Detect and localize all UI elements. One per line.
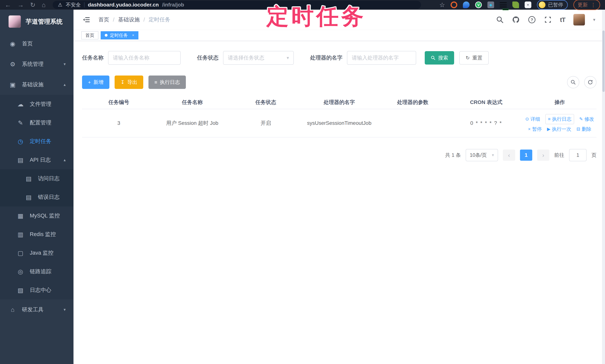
sidebar-item-files[interactable]: ☁ 文件管理 [0,95,74,114]
github-icon[interactable] [512,16,520,24]
trash-icon: ⊟ [577,127,580,132]
export-button[interactable]: ↧ 导出 [115,76,143,89]
sidebar-item-java[interactable]: ▢ Java 监控 [0,244,74,262]
handler-name-input[interactable] [347,51,416,65]
eye-icon: ◎ [16,268,25,275]
address-bar[interactable]: ⚠ 不安全 dashboard.yudao.iocoder.cn/infra/j… [53,1,421,9]
sidebar-item-label: Redis 监控 [30,231,56,238]
sidebar-item-mysql[interactable]: ▦ MySQL 监控 [0,207,74,225]
fullscreen-icon[interactable] [544,16,552,24]
table-row: 3 用户 Session 超时 Job 开启 sysUserSessionTim… [82,109,596,137]
current-page-button[interactable]: 1 [520,150,532,161]
extension-orange-icon[interactable] [451,1,457,8]
exec-log-link-label: 执行日志 [552,116,572,122]
sidebar-item-home[interactable]: ◉ 首页 [0,33,74,54]
sidebar-item-infra[interactable]: ▣ 基础设施 ▴ [0,74,74,95]
job-status-select[interactable]: 请选择任务状态 ▾ [223,51,294,65]
sidebar-item-job[interactable]: ◷ 定时任务 [0,132,74,151]
refresh-button[interactable] [584,76,596,88]
bookmark-star-icon[interactable]: ☆ [439,1,445,9]
search-icon[interactable] [496,16,504,24]
tag-job-active[interactable]: 定时任务 × [101,31,138,39]
show-search-toggle-button[interactable] [567,76,579,88]
collapse-menu-icon[interactable] [82,16,91,24]
page-size-value: 10条/页 [470,152,487,158]
sidebar: 芋道管理系统 ◉ 首页 ⚙ 系统管理 ▾ ▣ 基础设施 ▴ ☁ 文件管理 ✎ 配… [0,10,74,364]
next-page-button[interactable]: › [537,150,549,161]
plus-icon: + [88,79,91,85]
extension-v-icon[interactable]: V [475,1,482,8]
home-icon[interactable]: ⌂ [42,1,46,9]
delete-link[interactable]: ⊟ 删除 [577,126,592,132]
cell-job-status: 开启 [229,109,302,137]
sidebar-item-api-log[interactable]: ▤ API 日志 ▴ [0,151,74,169]
sidebar-item-log-center[interactable]: ▧ 日志中心 [0,281,74,299]
url-host: dashboard.yudao.iocoder.cn [88,2,159,8]
app-logo[interactable]: 芋道管理系统 [0,10,74,33]
search-button-label: 搜索 [438,54,448,61]
sidebar-item-devtools[interactable]: ⌂ 研发工具 ▾ [0,299,74,320]
search-button[interactable]: 搜索 [425,51,454,65]
add-button-label: 新增 [93,79,104,86]
user-menu-caret-icon[interactable]: ▾ [593,17,595,22]
extension-location-icon[interactable] [463,1,470,8]
stack-icon: ▥ [16,231,25,238]
sidebar-item-error-log[interactable]: ▤ 错误日志 [0,188,74,207]
sidebar-item-redis[interactable]: ▥ Redis 监控 [0,225,74,244]
extension-leaf-icon[interactable] [512,1,519,8]
terminal-icon: ▢ [16,249,25,257]
add-button[interactable]: + 新增 [82,76,109,89]
sidebar-item-label: 基础设施 [22,81,43,88]
extension-grid-icon[interactable]: ◆ [487,1,494,8]
edit-link[interactable]: ✎ 修改 [579,116,594,122]
pause-link[interactable]: × 暂停 [528,126,542,132]
job-table: 任务编号 任务名称 任务状态 处理器的名字 处理器的参数 CRON 表达式 操作… [82,96,596,137]
tag-close-icon[interactable]: × [132,33,134,37]
job-name-input[interactable] [108,51,181,65]
breadcrumb-section[interactable]: 基础设施 [118,16,140,24]
refresh-icon [588,79,593,85]
sidebar-item-system[interactable]: ⚙ 系统管理 ▾ [0,54,74,74]
update-button[interactable]: 更新 ⋮ [573,0,600,10]
sidebar-item-label: 系统管理 [22,60,43,68]
back-icon[interactable]: ← [5,1,11,9]
log-icon: ▧ [16,287,25,294]
log-icon: ▤ [16,156,25,164]
col-job-status: 任务状态 [229,96,302,109]
active-dot [105,34,107,37]
page-scrollbar [602,10,605,364]
detail-link-label: 详细 [530,116,540,122]
run-once-link[interactable]: ▶ 执行一次 [547,126,571,132]
close-icon: × [528,127,531,132]
tag-home[interactable]: 首页 [81,31,98,39]
detail-link[interactable]: ⊙ 详细 [525,116,540,122]
chevron-down-icon: ▾ [64,62,66,66]
sidebar-item-label: 定时任务 [30,138,51,145]
row-exec-log-link[interactable]: ≡ 执行日志 [545,114,574,124]
sidebar-item-access-log[interactable]: ▤ 访问日志 [0,169,74,188]
scrollbar-thumb[interactable] [602,30,605,92]
extension-puzzle-icon[interactable]: ⚬ [525,1,531,8]
exec-log-button[interactable]: ≡ 执行日志 [148,76,186,89]
goto-page-input[interactable] [569,149,587,161]
table-toolbar: + 新增 ↧ 导出 ≡ 执行日志 [82,76,596,89]
reset-button-label: 重置 [472,54,482,61]
reload-icon[interactable]: ↻ [30,1,36,9]
reset-button[interactable]: ↻ 重置 [459,51,489,65]
breadcrumb-home[interactable]: 首页 [98,16,109,24]
font-size-icon[interactable]: tT [560,16,565,24]
browser-menu-icon[interactable]: ⋮ [591,2,596,8]
col-cron: CRON 表达式 [449,96,523,109]
prev-page-button[interactable]: ‹ [503,150,515,161]
extension-list-icon[interactable]: on [500,2,507,8]
page-size-select[interactable]: 10条/页 ▾ [466,149,498,161]
sidebar-item-trace[interactable]: ◎ 链路追踪 [0,262,74,281]
cell-job-id: 3 [82,109,156,137]
profile-chip[interactable]: 已暂停 [537,0,568,10]
forward-icon[interactable]: → [17,1,24,9]
col-handler-name: 处理器的名字 [302,96,376,109]
sidebar-item-config[interactable]: ✎ 配置管理 [0,114,74,132]
breadcrumb-separator: / [113,17,114,23]
help-icon[interactable]: ? [528,16,536,24]
user-avatar[interactable] [573,14,585,26]
